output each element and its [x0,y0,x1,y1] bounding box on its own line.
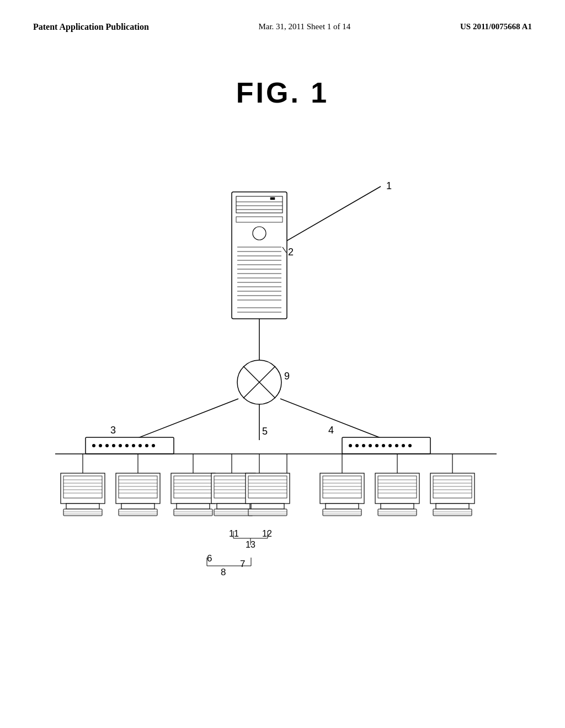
svg-rect-71 [121,504,154,509]
svg-rect-61 [63,509,102,516]
svg-rect-126 [381,504,414,509]
diagram-area: 1 2 [0,120,565,617]
svg-point-29 [125,444,129,447]
svg-point-24 [92,444,95,447]
header-publication-label: Patent Application Publication [33,22,149,32]
svg-rect-137 [436,504,469,509]
figure-title: FIG. 1 [0,76,565,109]
computer-right-1 [375,473,419,516]
svg-rect-105 [248,509,287,516]
svg-point-25 [99,444,102,447]
computer-center-right [320,473,364,516]
svg-rect-94 [214,509,253,516]
computer-center-mid [246,473,290,516]
label-11: 11 [229,529,239,538]
svg-point-28 [119,444,122,447]
svg-rect-138 [433,509,472,516]
svg-rect-60 [66,504,99,509]
svg-rect-120 [378,476,417,498]
svg-line-0 [276,186,381,247]
label-9: 9 [284,371,290,382]
svg-rect-116 [323,509,361,516]
svg-rect-83 [174,509,212,516]
svg-point-32 [145,444,148,447]
switch-to-hub3-line [132,399,238,440]
label-8: 8 [221,567,226,577]
header-patent-number: US 2011/0075668 A1 [460,22,532,32]
svg-rect-109 [323,476,361,498]
label-12: 12 [262,529,272,538]
label-3: 3 [110,425,116,436]
svg-point-37 [369,444,372,447]
svg-rect-82 [177,504,210,509]
svg-point-38 [375,444,379,447]
network-diagram: 1 2 [0,120,565,617]
svg-rect-72 [119,509,157,516]
label-5: 5 [262,426,268,437]
svg-rect-54 [63,476,102,498]
label-1: 1 [386,180,392,191]
svg-point-40 [388,444,392,447]
page-header: Patent Application Publication Mar. 31, … [0,0,565,32]
computer-right-2 [430,473,475,516]
svg-point-34 [349,444,352,447]
svg-rect-98 [248,476,287,498]
svg-point-43 [408,444,412,447]
server-power-button [253,227,266,240]
computer-3 [171,473,215,516]
svg-rect-65 [119,476,157,498]
computer-2 [116,473,160,516]
svg-point-31 [138,444,142,447]
label-2: 2 [288,247,294,258]
svg-point-26 [105,444,109,447]
svg-rect-93 [217,504,250,509]
svg-rect-76 [174,476,212,498]
svg-point-30 [132,444,135,447]
header-date-sheet: Mar. 31, 2011 Sheet 1 of 14 [258,22,350,32]
svg-rect-127 [378,509,417,516]
svg-rect-104 [251,504,284,509]
label-6: 6 [207,553,212,564]
svg-point-27 [112,444,115,447]
svg-point-33 [152,444,155,447]
svg-point-42 [402,444,405,447]
server-top-panel [236,196,282,213]
svg-point-41 [395,444,398,447]
computer-1 [61,473,105,516]
label-7: 7 [240,559,245,569]
svg-point-39 [382,444,385,447]
svg-rect-4 [270,197,275,200]
label-4: 4 [328,425,334,436]
svg-rect-5 [236,217,282,222]
svg-point-35 [355,444,359,447]
svg-point-36 [362,444,365,447]
svg-rect-131 [433,476,472,498]
svg-rect-115 [326,504,359,509]
